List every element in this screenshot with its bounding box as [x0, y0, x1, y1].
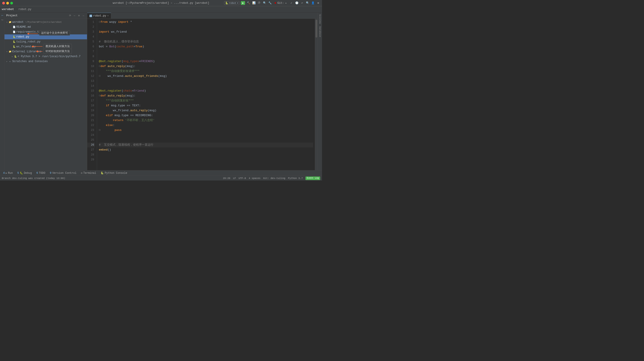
- code-line-13: [99, 79, 313, 83]
- fold-16[interactable]: ⊟: [99, 93, 100, 98]
- editor-scrollbar[interactable]: [315, 19, 318, 170]
- event-log-button[interactable]: Event Log: [306, 176, 320, 180]
- file-tuling[interactable]: 🐍 tuling_robot.py: [4, 39, 87, 44]
- code-line-20: elif msg.type == RECORDING:: [99, 113, 313, 118]
- main-area: 1 2 Project ⟳ ↔ ⚙ — ▾ 📁 wxrobot ~/Pychar…: [0, 12, 322, 170]
- tab-close-icon[interactable]: ×: [107, 14, 109, 17]
- revert-icon[interactable]: ↩: [300, 1, 304, 5]
- fold-1[interactable]: ⊟: [99, 20, 100, 24]
- fold-23[interactable]: ⊟: [99, 128, 100, 133]
- fold-12[interactable]: ⊟: [99, 74, 100, 79]
- python-icon: 🐍: [14, 55, 17, 58]
- line-num-21: 21: [87, 118, 95, 123]
- run-button[interactable]: ▶: [241, 1, 245, 5]
- terminal-tool[interactable]: ⊞ Terminal: [79, 170, 98, 176]
- file-robot[interactable]: 🐍 robot.py: [4, 34, 87, 39]
- scratches-item[interactable]: ▸ ✏ Scratches and Consoles: [4, 59, 87, 64]
- root-expand-icon: ▾: [5, 20, 8, 24]
- close-button[interactable]: [2, 2, 5, 4]
- file-wxfriend[interactable]: 🐍 wx_friend.py: [4, 44, 87, 49]
- runtime-icon: 🐍: [225, 1, 228, 4]
- debug-num: 5: [17, 172, 19, 175]
- structure-tab-icon[interactable]: 2: [0, 18, 4, 22]
- run-num: 4: [3, 172, 5, 175]
- code-line-19: wx_friend.auto_reply(msg): [99, 108, 313, 113]
- python-lib-item[interactable]: ▸ 🐍 < Python 3.7 > /usr/local/bin/python…: [4, 54, 87, 59]
- inspect-icon[interactable]: 🔍: [262, 1, 266, 5]
- titlebar: wxrobot [~/PycharmProjects/wxrobot] – ..…: [0, 0, 322, 6]
- code-line-2: [99, 24, 313, 29]
- git-branch-indicator: Git: dev-tuling: [263, 177, 285, 180]
- debug-tool-icon: 🐛: [20, 172, 23, 174]
- build-icon[interactable]: 🔨: [246, 1, 250, 5]
- line-num-3: 3: [87, 29, 95, 34]
- project-tab-icon[interactable]: 1: [0, 13, 4, 17]
- panel-title: Project: [6, 14, 67, 17]
- line-num-18: 18: [87, 103, 95, 108]
- runtime-selector[interactable]: 🐍 robot ▾: [224, 1, 240, 5]
- code-line-17: """自动回复好友""": [99, 98, 313, 103]
- code-line-10: ⊟ def auto_reply(msg):: [99, 64, 313, 69]
- tab-name: robot.py: [93, 14, 106, 17]
- commit-icon[interactable]: ✏: [284, 1, 288, 5]
- sidebar-tabs: 1 2: [0, 12, 4, 170]
- code-line-12: ⊟ wx_friend.auto_accept_friends(msg): [99, 74, 313, 79]
- lf-indicator: LF: [233, 177, 236, 180]
- debug-tool[interactable]: 5 🐛 Debug: [15, 170, 34, 176]
- project-root-item[interactable]: ▾ 📁 wxrobot ~/PycharmProjects/wxrobot: [4, 20, 87, 24]
- run-tool[interactable]: 4 ▶ Run: [1, 170, 15, 176]
- code-line-11: """自动接受好友请求""": [99, 69, 313, 74]
- python-console-tool[interactable]: 🐍 Python Console: [98, 170, 130, 176]
- status-left: Branch dev-tuling was created (today 13:…: [2, 177, 220, 180]
- line-num-6: 6: [87, 44, 95, 49]
- profile-icon[interactable]: ⏱: [257, 1, 261, 5]
- readme-icon: 📄: [12, 25, 16, 28]
- stop-icon[interactable]: ■: [273, 1, 277, 5]
- settings-icon[interactable]: ⚙: [316, 1, 320, 5]
- toolbar-right: 🐍 robot ▾ ▶ 🔨 📊 ⏱ 🔍 🔧 ■ Git: ✏ ✓ 🕒 ↩ 🔍 👤…: [224, 1, 320, 5]
- sync-icon[interactable]: ⟳: [68, 14, 72, 17]
- push-icon[interactable]: ✓: [289, 1, 294, 5]
- root-folder-icon: 📁: [8, 20, 12, 24]
- app-toolbar: wxrobot robot.py: [0, 6, 322, 12]
- search-icon[interactable]: 🔍: [306, 1, 310, 5]
- git-icon[interactable]: Git:: [278, 1, 283, 5]
- indent-indicator: 4 spaces: [249, 177, 260, 180]
- line-num-25: 25: [87, 138, 95, 142]
- wxfriend-icon: 🐍: [12, 45, 16, 48]
- code-editor: 1 2 3 4 5 6 7 8 9 10 11 12 13 14 15 16 1…: [87, 19, 318, 170]
- vcs-tool[interactable]: 9 Version Control: [48, 170, 79, 176]
- scratches-icon: ✏: [8, 60, 12, 63]
- settings-panel-icon[interactable]: ⚙: [77, 14, 81, 17]
- history-icon[interactable]: 🕒: [295, 1, 299, 5]
- line-num-8: 8: [87, 54, 95, 59]
- user-icon[interactable]: 👤: [311, 1, 315, 5]
- file-readme[interactable]: 📄 README.md: [4, 24, 87, 29]
- editor-tab-robot[interactable]: py robot.py ×: [87, 13, 111, 18]
- tools-icon[interactable]: 🔧: [268, 1, 272, 5]
- minimize-button[interactable]: [6, 2, 9, 4]
- window-title: wxrobot [~/PycharmProjects/wxrobot] – ..…: [113, 1, 209, 5]
- app-name: wxrobot: [2, 7, 14, 11]
- debug-tool-label: Debug: [24, 172, 32, 175]
- readme-arrow: [11, 25, 12, 28]
- file-requirements[interactable]: 📄 requirements.txt: [4, 29, 87, 34]
- fold-10[interactable]: ⊟: [99, 64, 100, 69]
- coverage-icon[interactable]: 📊: [252, 1, 256, 5]
- code-content[interactable]: ⊟ from wxpy import * import wx_friend # …: [97, 19, 315, 170]
- maximize-button[interactable]: [10, 2, 13, 4]
- line-num-9: 9: [87, 59, 95, 64]
- root-path: ~/PycharmProjects/wxrobot: [25, 21, 62, 23]
- line-num-23: 23: [87, 128, 95, 133]
- todo-tool[interactable]: 6 TODO: [34, 170, 48, 176]
- external-libs-item[interactable]: ▾ 📁 External Libraries: [4, 49, 87, 54]
- database-label[interactable]: Database: [318, 25, 322, 38]
- sciview-label[interactable]: SciView: [318, 13, 322, 24]
- hide-panel-icon[interactable]: —: [82, 14, 85, 17]
- robot-icon: 🐍: [12, 35, 16, 38]
- readme-name: README.md: [16, 25, 31, 28]
- root-name: wxrobot: [12, 20, 24, 24]
- python-lib-name: < Python 3.7 > /usr/local/bin/python3.7: [18, 55, 80, 58]
- collapse-icon[interactable]: ↔: [73, 14, 76, 17]
- code-line-25: [99, 138, 313, 142]
